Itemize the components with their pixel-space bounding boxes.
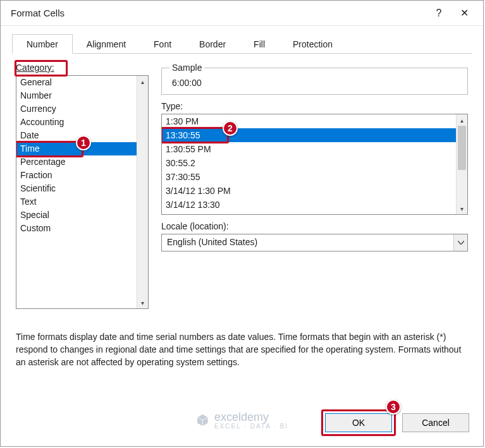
type-item-selected[interactable]: 13:30:55 — [162, 128, 456, 142]
ok-button[interactable]: OK — [325, 413, 392, 432]
category-item[interactable]: Currency — [16, 102, 137, 116]
tab-strip: Number Alignment Font Border Fill Protec… — [12, 32, 472, 54]
type-item[interactable]: 1:30:55 PM — [162, 142, 456, 156]
category-item[interactable]: Fraction — [16, 169, 137, 182]
window-title: Format Cells — [11, 8, 64, 18]
type-item[interactable]: 1:30 PM — [162, 114, 456, 128]
category-item[interactable]: Text — [16, 195, 137, 209]
category-item[interactable]: Date — [16, 129, 137, 142]
cancel-button[interactable]: Cancel — [402, 413, 469, 432]
button-row: exceldemy EXCEL · DATA · BI OK 3 Cancel — [1, 401, 483, 446]
brand-icon — [195, 413, 209, 427]
type-item[interactable]: 37:30:55 — [162, 170, 456, 184]
scroll-thumb[interactable] — [138, 87, 147, 297]
help-icon[interactable]: ? — [426, 1, 451, 25]
scroll-down-icon[interactable] — [457, 203, 467, 214]
locale-value: English (United States) — [162, 234, 453, 251]
tab-number[interactable]: Number — [12, 34, 73, 54]
dialog-body: Number Alignment Font Border Fill Protec… — [1, 26, 483, 401]
type-item[interactable]: 3/14/12 1:30 PM — [162, 184, 456, 198]
scroll-down-icon[interactable] — [137, 297, 148, 308]
format-description: Time formats display date and time seria… — [16, 330, 468, 368]
category-item[interactable]: Scientific — [16, 182, 137, 195]
category-item[interactable]: Custom — [16, 222, 137, 235]
dialog-window: Format Cells ? ✕ Number Alignment Font B… — [0, 0, 484, 447]
type-item[interactable]: 3/14/12 13:30 — [162, 198, 456, 212]
watermark-tagline: EXCEL · DATA · BI — [214, 423, 288, 430]
scroll-up-icon[interactable] — [457, 114, 467, 126]
tab-content-number: Category: General Number Currency Accoun… — [12, 54, 472, 401]
type-listbox[interactable]: 1:30 PM 13:30:55 1:30:55 PM 30:55.2 37:3… — [161, 114, 468, 215]
watermark-brand: exceldemy — [214, 411, 269, 423]
watermark: exceldemy EXCEL · DATA · BI — [195, 411, 288, 430]
close-icon[interactable]: ✕ — [451, 1, 477, 25]
type-scrollbar[interactable] — [456, 114, 467, 214]
category-item[interactable]: General — [16, 76, 137, 89]
tab-protection[interactable]: Protection — [279, 35, 347, 53]
category-label: Category: — [16, 63, 54, 73]
chevron-down-icon[interactable] — [453, 234, 467, 251]
callout-3: 3 — [386, 399, 401, 415]
category-item[interactable]: Number — [16, 89, 137, 102]
scroll-up-icon[interactable] — [137, 76, 148, 87]
type-label: Type: — [161, 101, 468, 111]
tab-alignment[interactable]: Alignment — [73, 35, 140, 53]
locale-combo[interactable]: English (United States) — [161, 234, 468, 251]
type-item[interactable]: 30:55.2 — [162, 156, 456, 170]
category-listbox[interactable]: General Number Currency Accounting Date … — [16, 75, 149, 309]
category-scrollbar[interactable] — [137, 76, 148, 308]
scroll-thumb[interactable] — [458, 126, 466, 170]
sample-group: Sample 6:00:00 — [161, 63, 468, 95]
tab-font[interactable]: Font — [140, 35, 185, 53]
category-item[interactable]: Accounting — [16, 116, 137, 129]
sample-legend: Sample — [169, 63, 204, 73]
category-item[interactable]: Percentage — [16, 155, 137, 169]
tab-fill[interactable]: Fill — [240, 35, 279, 53]
locale-label: Locale (location): — [161, 221, 468, 231]
sample-value: 6:00:00 — [169, 78, 460, 88]
category-item-selected[interactable]: Time — [16, 142, 137, 155]
category-item[interactable]: Special — [16, 209, 137, 222]
titlebar: Format Cells ? ✕ — [1, 1, 483, 26]
tab-border[interactable]: Border — [185, 35, 240, 53]
